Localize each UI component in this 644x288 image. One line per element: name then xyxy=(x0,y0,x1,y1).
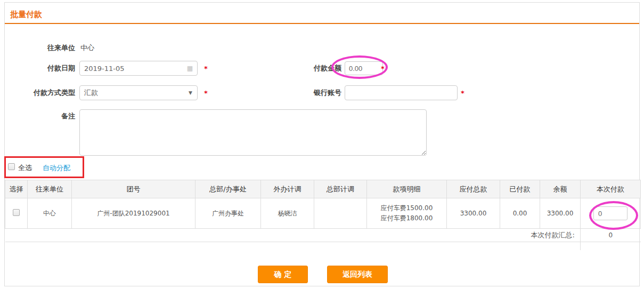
pay-method-value: 汇款 xyxy=(80,88,189,98)
cell-detail: 应付车费1500.00 应付车费1800.00 xyxy=(367,198,447,229)
bank-account-label: 银行账号 xyxy=(222,85,341,100)
col-group-no: 团号 xyxy=(72,180,195,198)
row-checkbox[interactable] xyxy=(13,209,20,216)
chevron-down-icon: ▼ xyxy=(189,90,197,95)
table-tail-row xyxy=(5,242,641,250)
pay-date-required-mark: * xyxy=(204,65,208,73)
bank-account-required-mark: * xyxy=(461,89,464,97)
cell-hq-office: 广州办事处 xyxy=(195,198,261,229)
confirm-button[interactable]: 确 定 xyxy=(258,266,308,283)
col-paid: 已付款 xyxy=(500,180,540,198)
remark-textarea[interactable] xyxy=(79,109,427,156)
counterpart-label: 往来单位 xyxy=(5,43,75,53)
col-payable-total: 应付总款 xyxy=(447,180,500,198)
pay-method-required-mark: * xyxy=(204,89,208,97)
col-hq-office: 总部/办事处 xyxy=(195,180,261,198)
page-title: 批量付款 xyxy=(10,10,42,20)
pay-amount-required-mark: * xyxy=(381,65,385,73)
select-all-checkbox[interactable] xyxy=(8,163,15,170)
calendar-icon[interactable]: ▦ xyxy=(187,65,197,72)
table-row: 中心 广州-团队20191029001 广州办事处 杨晓洁 应付车费1500.0… xyxy=(5,198,641,229)
payment-date-value: 2019-11-05 xyxy=(80,65,187,73)
auto-allocate-link[interactable]: 自动分配 xyxy=(43,163,70,173)
title-divider xyxy=(5,23,639,24)
col-counterpart: 往来单位 xyxy=(28,180,72,198)
cell-payable-total: 3300.00 xyxy=(447,198,500,229)
detail-line: 应付车费1800.00 xyxy=(367,213,446,223)
summary-label: 本次付款汇总: xyxy=(5,229,581,242)
select-all-label: 全选 xyxy=(18,163,32,173)
counterpart-value: 中心 xyxy=(80,43,94,53)
col-balance: 余额 xyxy=(540,180,581,198)
cell-paid: 0.00 xyxy=(500,198,540,229)
batch-payment-panel: 批量付款 往来单位 中心 付款日期 2019-11-05 ▦ * 付款金额 * … xyxy=(4,2,640,286)
cell-balance: 3300.00 xyxy=(540,198,581,229)
pay-amount-label: 付款金额 xyxy=(222,61,341,75)
pay-date-label: 付款日期 xyxy=(5,61,75,76)
col-external-planner: 外办计调 xyxy=(261,180,314,198)
table-header-row: 选择 往来单位 团号 总部/办事处 外办计调 总部计调 款项明细 应付总款 已付… xyxy=(5,180,641,198)
payment-items-table: 选择 往来单位 团号 总部/办事处 外办计调 总部计调 款项明细 应付总款 已付… xyxy=(5,180,641,250)
table-summary-row: 本次付款汇总: 0 xyxy=(5,229,641,242)
col-select: 选择 xyxy=(5,180,28,198)
col-detail: 款项明细 xyxy=(367,180,447,198)
pay-method-select[interactable]: 汇款 ▼ xyxy=(79,85,198,100)
summary-value: 0 xyxy=(581,229,641,242)
pay-method-label: 付款方式类型 xyxy=(5,85,75,100)
remark-label: 备注 xyxy=(5,111,75,121)
bank-account-input[interactable] xyxy=(345,85,458,100)
cell-counterpart: 中心 xyxy=(28,198,72,229)
col-hq-planner: 总部计调 xyxy=(314,180,367,198)
cell-group-no: 广州-团队20191029001 xyxy=(72,198,195,229)
col-current-payment: 本次付款 xyxy=(581,180,641,198)
pay-amount-input[interactable] xyxy=(345,61,383,75)
current-payment-input[interactable] xyxy=(593,206,627,220)
payment-date-input[interactable]: 2019-11-05 ▦ xyxy=(79,61,198,76)
back-to-list-button[interactable]: 返回列表 xyxy=(327,266,388,283)
detail-line: 应付车费1500.00 xyxy=(367,203,446,213)
cell-external-planner: 杨晓洁 xyxy=(261,198,314,229)
cell-hq-planner xyxy=(314,198,367,229)
